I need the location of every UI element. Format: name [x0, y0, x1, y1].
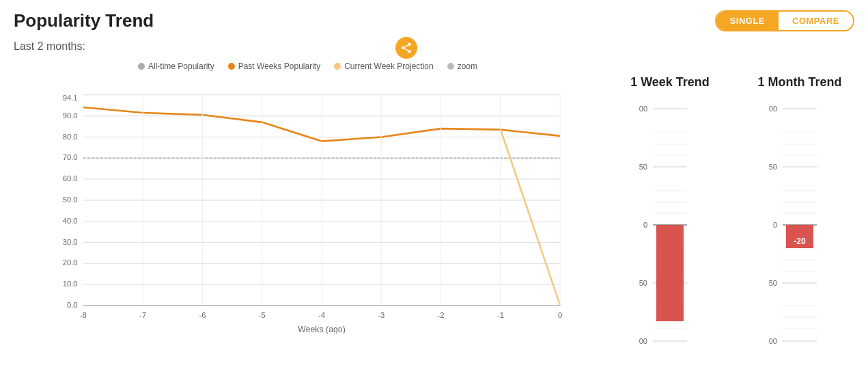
legend-pastweeks-dot: [228, 63, 235, 70]
legend-pastweeks: Past Weeks Popularity: [228, 62, 321, 71]
week-trend-chart: +100 +50 0 -50 -100 -83: [639, 95, 701, 362]
week-trend-title: 1 Week Trend: [630, 75, 710, 90]
month-trend-title: 1 Month Trend: [758, 75, 842, 90]
chart-legend: All-time Popularity Past Weeks Popularit…: [14, 62, 602, 71]
svg-rect-69: [656, 225, 684, 321]
svg-text:0.0: 0.0: [67, 301, 78, 309]
week-trend-panel: 1 Week Trend: [615, 75, 725, 362]
subtitle: Last 2 months:: [14, 40, 85, 53]
svg-text:-20: -20: [794, 237, 806, 246]
svg-text:-1: -1: [497, 311, 504, 319]
svg-text:Weeks (ago): Weeks (ago): [298, 325, 346, 334]
legend-alltime-dot: [138, 63, 145, 70]
legend-alltime: All-time Popularity: [138, 62, 214, 71]
svg-text:+100: +100: [639, 105, 647, 113]
chart-svg-container: 0.0 10.0 20.0 30.0 40.0 50.0 60.0 70.0 8…: [14, 74, 602, 334]
legend-pastweeks-label: Past Weeks Popularity: [238, 62, 321, 71]
svg-text:90.0: 90.0: [63, 111, 78, 120]
svg-text:-100: -100: [639, 337, 647, 345]
svg-text:70.0: 70.0: [63, 153, 78, 161]
legend-projection-label: Current Week Projection: [344, 62, 434, 71]
share-icon: [400, 42, 412, 54]
month-trend-panel: 1 Month Trend: [745, 75, 854, 362]
svg-text:-2: -2: [438, 311, 445, 319]
svg-text:-4: -4: [318, 311, 325, 319]
svg-point-1: [402, 46, 405, 50]
svg-text:40.0: 40.0: [63, 217, 78, 225]
svg-text:50.0: 50.0: [63, 195, 78, 204]
legend-zoom-dot: [447, 63, 454, 70]
svg-text:-50: -50: [769, 279, 777, 287]
svg-text:-8: -8: [80, 311, 87, 319]
main-chart-area: All-time Popularity Past Weeks Popularit…: [14, 62, 602, 349]
main-chart-svg: 0.0 10.0 20.0 30.0 40.0 50.0 60.0 70.0 8…: [14, 74, 602, 334]
svg-point-2: [408, 50, 411, 53]
svg-text:-5: -5: [259, 311, 266, 319]
svg-text:-7: -7: [139, 311, 146, 319]
single-toggle-button[interactable]: SINGLE: [716, 12, 779, 30]
svg-text:-83: -83: [664, 320, 676, 329]
svg-text:+100: +100: [769, 105, 777, 113]
legend-alltime-label: All-time Popularity: [148, 62, 214, 71]
svg-point-0: [408, 43, 411, 46]
svg-text:60.0: 60.0: [63, 174, 78, 183]
page-title: Popularity Trend: [14, 10, 154, 31]
svg-text:30.0: 30.0: [63, 238, 78, 246]
svg-text:-6: -6: [199, 311, 206, 319]
view-toggle: SINGLE COMPARE: [715, 10, 854, 31]
legend-projection-dot: [334, 63, 341, 70]
svg-line-4: [404, 45, 408, 47]
svg-text:80.0: 80.0: [63, 133, 78, 141]
svg-text:0: 0: [773, 221, 777, 229]
svg-text:10.0: 10.0: [63, 280, 78, 288]
svg-text:-50: -50: [639, 279, 647, 287]
legend-zoom: zoom: [447, 62, 477, 71]
svg-text:20.0: 20.0: [63, 258, 78, 267]
trend-panels: 1 Week Trend: [602, 62, 854, 362]
share-button[interactable]: [395, 37, 417, 59]
legend-zoom-label: zoom: [458, 62, 477, 71]
svg-text:0: 0: [558, 311, 562, 319]
legend-projection: Current Week Projection: [334, 62, 434, 71]
svg-text:+50: +50: [769, 163, 777, 171]
svg-text:-3: -3: [378, 311, 384, 319]
svg-text:-100: -100: [769, 337, 777, 345]
svg-text:+50: +50: [639, 163, 647, 171]
svg-line-3: [404, 49, 408, 51]
compare-toggle-button[interactable]: COMPARE: [779, 12, 853, 30]
month-trend-chart: +100 +50 0 -50 -100 -20: [769, 95, 830, 362]
svg-text:0: 0: [643, 221, 647, 229]
svg-text:94.1: 94.1: [63, 94, 78, 102]
